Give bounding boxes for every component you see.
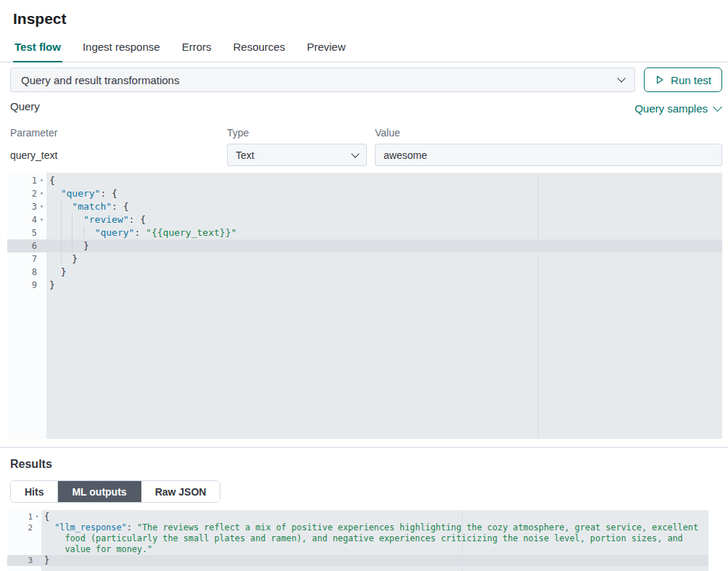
flow-select-value: Query and result transformations — [21, 74, 179, 86]
indent-guide — [72, 239, 73, 252]
code-line-text[interactable]: "llm_response": "The reviews reflect a m… — [41, 522, 708, 533]
json-punctuation-token: } — [49, 279, 55, 290]
run-test-button[interactable]: Run test — [644, 67, 722, 92]
column-header-parameter: Parameter — [10, 127, 57, 139]
code-line-text[interactable]: } — [46, 266, 722, 279]
play-icon — [655, 75, 665, 85]
section-divider — [0, 447, 728, 448]
line-number — [7, 533, 41, 544]
line-number — [7, 544, 41, 555]
chevron-down-icon — [351, 149, 359, 157]
type-select[interactable]: Text — [227, 144, 367, 166]
editor-active-line[interactable]: 6 } — [7, 239, 722, 252]
results-editor[interactable]: 1▾{2 "llm_response": "The reviews reflec… — [7, 510, 708, 571]
line-number: 7 — [7, 252, 46, 266]
editor-line[interactable]: 9} — [7, 279, 722, 292]
code-line-text[interactable]: { — [46, 174, 722, 187]
json-string-token: food (particularly the small plates and … — [44, 533, 683, 543]
indent-guide — [61, 252, 62, 266]
json-punctuation-token: } — [49, 253, 78, 264]
line-number[interactable]: 3▾ — [7, 200, 46, 213]
chevron-down-icon — [713, 102, 722, 112]
json-key-token: "query" — [61, 188, 101, 199]
tab-resources[interactable]: Resources — [231, 36, 286, 62]
line-number[interactable]: 2▾ — [7, 187, 46, 200]
query-editor[interactable]: 1▾{2▾ "query": {3▾ "match": {4▾ "review"… — [7, 173, 722, 439]
code-line-text[interactable]: value for money." — [41, 544, 708, 555]
json-punctuation-token: : { — [100, 188, 117, 199]
flow-select[interactable]: Query and result transformations — [10, 67, 635, 92]
json-punctuation-token: : { — [112, 201, 128, 212]
editor-line[interactable]: 1▾{ — [7, 512, 708, 522]
line-number: 3 — [7, 555, 41, 566]
line-number[interactable]: 1▾ — [7, 174, 46, 187]
code-line-text[interactable]: { — [41, 512, 708, 522]
code-line-text[interactable]: } — [46, 252, 722, 266]
line-number[interactable]: 4▾ — [7, 213, 46, 226]
json-punctuation-token: { — [44, 512, 49, 522]
line-number: 9 — [7, 279, 46, 292]
json-punctuation-token: { — [49, 175, 55, 186]
editor-line[interactable]: 8 } — [7, 266, 722, 279]
indent-guide — [61, 239, 62, 252]
fold-arrow-icon[interactable]: ▾ — [37, 187, 46, 200]
code-line-text[interactable]: } — [46, 239, 722, 252]
editor-line[interactable]: 2▾ "query": { — [7, 187, 722, 200]
editor-active-line[interactable]: 3} — [7, 555, 708, 566]
json-string-token: "{{query_text}}" — [146, 227, 236, 238]
run-test-label: Run test — [671, 74, 711, 86]
fold-arrow-icon[interactable]: ▾ — [37, 213, 46, 226]
editor-line[interactable]: 5 "query": "{{query_text}}" — [7, 226, 722, 239]
indent-guide — [72, 226, 73, 239]
fold-arrow-icon[interactable]: ▾ — [37, 200, 46, 213]
indent-guide — [72, 213, 73, 226]
json-punctuation-token: } — [49, 240, 89, 251]
code-line-text[interactable]: "match": { — [46, 200, 722, 213]
indent-guide — [61, 226, 62, 239]
code-line-text[interactable]: "query": "{{query_text}}" — [46, 226, 722, 239]
results-tab-raw-json[interactable]: Raw JSON — [141, 481, 220, 502]
value-input[interactable] — [375, 144, 722, 166]
fold-arrow-icon[interactable]: ▾ — [33, 512, 41, 522]
chevron-down-icon — [617, 74, 625, 82]
tab-preview[interactable]: Preview — [305, 36, 347, 62]
line-number: 5 — [7, 226, 46, 239]
json-punctuation-token — [49, 188, 61, 199]
tab-test-flow[interactable]: Test flow — [13, 36, 62, 62]
fold-arrow-icon[interactable]: ▾ — [37, 174, 46, 187]
line-number: 2 — [7, 522, 41, 533]
editor-line[interactable]: 3▾ "match": { — [7, 200, 722, 213]
results-view-switcher: Hits ML outputs Raw JSON — [10, 480, 220, 503]
code-line-text[interactable]: } — [46, 279, 722, 292]
results-tab-ml-outputs[interactable]: ML outputs — [58, 481, 141, 502]
query-samples-link[interactable]: Query samples — [634, 102, 721, 115]
editor-line[interactable]: food (particularly the small plates and … — [7, 533, 708, 544]
json-key-token: "llm_response" — [54, 522, 126, 533]
indent-guide — [83, 226, 84, 239]
json-punctuation-token: } — [44, 555, 49, 565]
code-line-text[interactable]: } — [41, 555, 708, 566]
main-tabs: Test flow Ingest response Errors Resourc… — [0, 36, 728, 62]
column-header-value: Value — [375, 127, 400, 139]
editor-line[interactable]: 2 "llm_response": "The reviews reflect a… — [7, 522, 708, 533]
tab-errors[interactable]: Errors — [181, 36, 213, 62]
query-samples-label: Query samples — [634, 102, 708, 115]
page-title: Inspect — [13, 10, 67, 28]
json-punctuation-token — [49, 214, 83, 225]
indent-guide — [61, 213, 62, 226]
code-line-text[interactable]: "review": { — [46, 213, 722, 226]
code-line-text[interactable]: "query": { — [46, 187, 722, 200]
json-key-token: "query" — [95, 227, 135, 238]
json-punctuation-token: : — [127, 522, 137, 533]
results-tab-hits[interactable]: Hits — [11, 481, 58, 502]
editor-line[interactable]: 1▾{ — [7, 174, 722, 187]
json-punctuation-token: } — [49, 266, 66, 277]
query-section-label: Query — [10, 100, 40, 112]
tab-ingest-response[interactable]: Ingest response — [81, 36, 162, 62]
json-string-token: "The reviews reflect a mix of positive e… — [137, 522, 698, 533]
line-number[interactable]: 1▾ — [7, 512, 41, 522]
editor-line[interactable]: 7 } — [7, 252, 722, 266]
editor-line[interactable]: 4▾ "review": { — [7, 213, 722, 226]
editor-line[interactable]: value for money." — [7, 544, 708, 555]
code-line-text[interactable]: food (particularly the small plates and … — [41, 533, 708, 544]
